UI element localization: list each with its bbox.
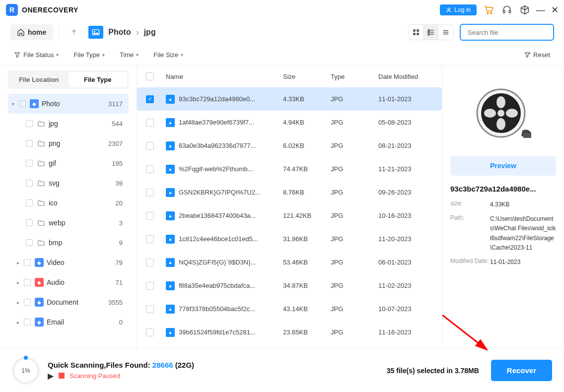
- table-row[interactable]: ▲%2Fqgif-web%2Fthumb...74.47KBJPG11-21-2…: [137, 157, 442, 181]
- recover-button[interactable]: Recover: [491, 360, 552, 381]
- sidebar-item-document[interactable]: ▸◆Document3555: [8, 292, 129, 312]
- row-checkbox[interactable]: [146, 235, 154, 243]
- tree-checkbox[interactable]: [26, 160, 33, 167]
- table-row[interactable]: ▲f88a35e4eab975cbdafca...34.87KBJPG11-02…: [137, 274, 442, 297]
- row-checkbox[interactable]: [146, 328, 154, 336]
- row-checkbox[interactable]: [146, 165, 154, 173]
- view-grid-button[interactable]: [409, 25, 423, 40]
- reset-button[interactable]: Reset: [524, 51, 550, 59]
- file-date: 09-26-2023: [378, 189, 433, 196]
- svg-rect-11: [428, 30, 429, 31]
- col-type[interactable]: Type: [331, 73, 378, 80]
- sidebar-item-gif[interactable]: gif195: [8, 153, 129, 173]
- folder-icon: [37, 179, 46, 188]
- scan-title: Quick Scanning,Files Found: 28666 (22G): [48, 361, 194, 369]
- chevron-down-icon: ▾: [181, 52, 183, 58]
- sidebar-item-svg[interactable]: svg39: [8, 173, 129, 193]
- file-size: 6.02KB: [283, 142, 331, 149]
- row-checkbox[interactable]: [146, 189, 154, 196]
- col-date[interactable]: Date Modified: [378, 73, 433, 80]
- tree-checkbox[interactable]: [26, 180, 33, 187]
- table-row[interactable]: ▲1c812c4ee46bce1c01ed5...31.96KBJPG11-20…: [137, 227, 442, 251]
- tree-checkbox[interactable]: [26, 140, 33, 147]
- search-input[interactable]: [468, 29, 551, 36]
- category-icon: ◆: [35, 278, 44, 287]
- table-row[interactable]: ▲NQ4S)ZGFI5{G)`9$D3N}...53.46KBJPG06-01-…: [137, 251, 442, 274]
- search-box[interactable]: [460, 24, 554, 41]
- progress-value: 1%: [21, 367, 30, 374]
- file-type: JPG: [331, 119, 378, 126]
- preview-filename: 93c3bc729a12da4980e...: [450, 185, 556, 193]
- view-list-button[interactable]: [438, 25, 453, 40]
- sidebar-item-jpg[interactable]: jpg544: [8, 114, 129, 133]
- tree-label: bmp: [49, 239, 119, 247]
- filter-type[interactable]: File Type ▾: [73, 51, 105, 59]
- sidebar-item-photo[interactable]: ▾◆Photo3117: [8, 94, 129, 114]
- minimize-button[interactable]: —: [537, 6, 544, 13]
- sidebar-item-png[interactable]: png2307: [8, 133, 129, 153]
- sidebar-item-bmp[interactable]: bmp9: [8, 233, 129, 253]
- category-icon: ◆: [35, 318, 44, 327]
- sidebar-item-webp[interactable]: webp3: [8, 213, 129, 233]
- select-all-checkbox[interactable]: [146, 72, 154, 80]
- tab-file-location[interactable]: File Location: [9, 72, 69, 87]
- image-icon: ▲: [166, 258, 175, 267]
- file-name: 63a0e3b4a962336d7877...: [179, 142, 256, 149]
- file-type: JPG: [331, 189, 378, 196]
- tree-checkbox[interactable]: [26, 120, 33, 127]
- tree-checkbox[interactable]: [19, 100, 26, 107]
- cart-icon[interactable]: [484, 4, 494, 15]
- filter-status[interactable]: File Status ▾: [14, 51, 59, 59]
- stop-button[interactable]: [59, 373, 65, 379]
- sidebar-item-audio[interactable]: ▸◆Audio71: [8, 272, 129, 292]
- col-name[interactable]: Name: [163, 73, 283, 80]
- table-row[interactable]: ▲2beabe1368437400b43a...121.42KBJPG10-16…: [137, 204, 442, 227]
- tree-checkbox[interactable]: [24, 259, 31, 266]
- preview-button[interactable]: Preview: [450, 156, 556, 176]
- col-size[interactable]: Size: [283, 73, 331, 80]
- image-icon: ▲: [166, 235, 175, 244]
- sidebar-item-email[interactable]: ▸◆Email0: [8, 312, 129, 332]
- row-checkbox[interactable]: [146, 259, 154, 266]
- row-checkbox[interactable]: ✓: [146, 95, 154, 103]
- row-checkbox[interactable]: [146, 212, 154, 220]
- tree-checkbox[interactable]: [24, 279, 31, 286]
- view-detail-button[interactable]: [423, 25, 438, 40]
- sidebar-item-video[interactable]: ▸◆Video79: [8, 253, 129, 272]
- login-button[interactable]: Log in: [440, 4, 477, 15]
- tree-checkbox[interactable]: [26, 199, 33, 206]
- table-row[interactable]: ▲63a0e3b4a962336d7877...6.02KBJPG08-21-2…: [137, 134, 442, 157]
- category-icon: ◆: [35, 298, 44, 307]
- sidebar-item-ico[interactable]: ico20: [8, 193, 129, 213]
- close-button[interactable]: ✕: [551, 6, 558, 13]
- tree-count: 3117: [108, 100, 123, 108]
- table-row[interactable]: ▲GSN2KBRK}G7IPQI%7U2...8.76KBJPG09-26-20…: [137, 181, 442, 204]
- table-row[interactable]: ▲39b61524f59fd1e7c5281...23.65KBJPG11-16…: [137, 321, 442, 344]
- row-checkbox[interactable]: [146, 142, 154, 150]
- home-button[interactable]: home: [10, 24, 53, 40]
- headset-icon[interactable]: [501, 4, 512, 15]
- row-checkbox[interactable]: [146, 282, 154, 290]
- svg-rect-3: [503, 10, 505, 13]
- filter-time[interactable]: Time ▾: [120, 51, 139, 59]
- table-row[interactable]: ✓▲93c3bc729a12da4980e0...4.33KBJPG11-01-…: [137, 87, 442, 111]
- tree-checkbox[interactable]: [24, 299, 31, 306]
- tree-checkbox[interactable]: [24, 319, 31, 326]
- breadcrumb-root[interactable]: Photo: [108, 28, 131, 37]
- tree-label: jpg: [49, 120, 112, 128]
- up-button[interactable]: [66, 24, 82, 41]
- tree-checkbox[interactable]: [26, 239, 33, 246]
- row-checkbox[interactable]: [146, 119, 154, 127]
- play-button[interactable]: ▶: [48, 371, 54, 381]
- tree-checkbox[interactable]: [26, 219, 33, 226]
- table-row[interactable]: ▲1af48ae379e90ef6739f7...4.94KBJPG05-08-…: [137, 111, 442, 134]
- caret-icon: ▸: [17, 300, 24, 305]
- tab-file-type[interactable]: File Type: [69, 72, 128, 87]
- row-checkbox[interactable]: [146, 305, 154, 313]
- svg-rect-4: [509, 10, 510, 13]
- image-icon: ▲: [166, 305, 175, 314]
- table-row[interactable]: ▲778f3378b05504bac5f2c...43.14KBJPG10-07…: [137, 297, 442, 321]
- svg-rect-7: [413, 29, 416, 32]
- cube-icon[interactable]: [519, 4, 530, 15]
- filter-size[interactable]: File Size ▾: [153, 51, 183, 59]
